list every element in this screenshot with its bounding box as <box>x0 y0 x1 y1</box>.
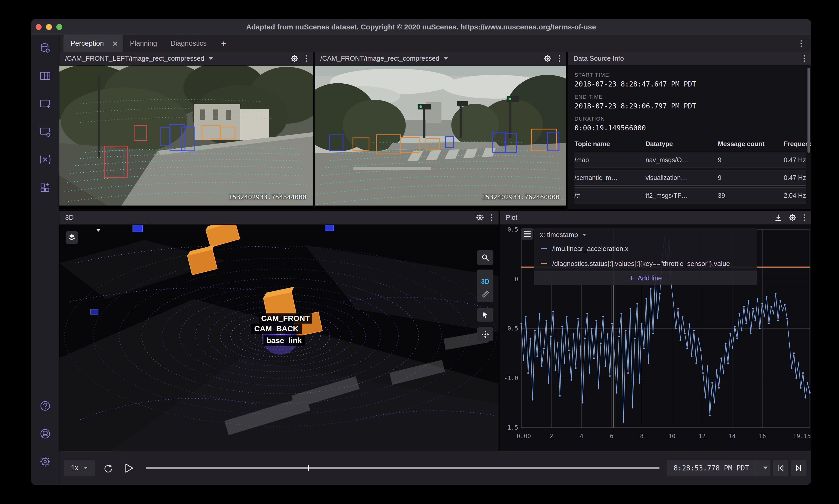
add-line-button[interactable]: +Add line <box>534 271 757 285</box>
ds-field: END TIME2018-07-23 8:29:06.797 PM PDT <box>574 94 806 110</box>
legend-series-row[interactable]: /diagnostics.status[:].values[:]{key=="t… <box>534 256 757 271</box>
cam-front-scene <box>315 66 566 205</box>
time-format-dropdown[interactable] <box>756 460 770 476</box>
add-panel-icon[interactable] <box>38 96 52 111</box>
pan-move-icon[interactable] <box>477 327 493 341</box>
data-source-info-title: Data Source Info <box>573 54 624 62</box>
plot-panel-title: Plot <box>506 214 517 221</box>
panel-data-source-info: Data Source Info START TIME2018-07-23 8:… <box>568 52 811 209</box>
frame-label-cam-back: CAM_BACK <box>254 324 299 333</box>
cam-front-image[interactable]: 1532402933.762460000 <box>315 66 566 209</box>
measure-ruler-icon[interactable] <box>481 290 490 299</box>
layout-grid-icon[interactable] <box>38 69 52 83</box>
data-source-info-body: START TIME2018-07-23 8:28:47.647 PM PDTE… <box>568 66 811 209</box>
panel-menu-icon[interactable] <box>489 213 494 222</box>
seek-forward-button[interactable] <box>791 460 806 476</box>
cam-left-scene <box>59 66 313 205</box>
panel-plot: Plot 0.50-0.5-1.0-1.50.0024681012141619.… <box>500 211 811 451</box>
panel-menu-icon[interactable] <box>802 213 806 222</box>
seek-slider[interactable] <box>146 460 659 476</box>
cam-left-topic[interactable]: /CAM_FRONT_LEFT/image_rect_compressed <box>65 54 204 62</box>
sidebar <box>31 35 59 485</box>
svg-text:8: 8 <box>640 433 644 439</box>
svg-text:0: 0 <box>515 276 518 283</box>
svg-text:-1.0: -1.0 <box>504 375 518 381</box>
svg-text:-0.5: -0.5 <box>504 325 518 332</box>
cam-left-timestamp: 1532402933.754844000 <box>229 193 306 201</box>
3d-mode-button[interactable]: 3D <box>481 273 489 290</box>
panel-grid: /CAM_FRONT_LEFT/image_rect_compressed <box>59 52 811 451</box>
select-pointer-icon[interactable] <box>477 308 493 322</box>
plot-legend: x: timestamp /imu.linear_acceleration.x/… <box>534 228 757 285</box>
window-title: Adapted from nuScenes dataset. Copyright… <box>31 23 811 31</box>
ds-field: DURATION0:00:19.149566000 <box>574 116 806 132</box>
playback-speed-button[interactable]: 1x <box>64 460 95 476</box>
tab-perception[interactable]: Perception <box>64 35 123 52</box>
tab-diagnostics[interactable]: Diagnostics <box>164 35 213 52</box>
svg-text:16: 16 <box>758 433 766 439</box>
close-tab-icon[interactable] <box>112 41 118 47</box>
svg-text:10: 10 <box>668 433 676 439</box>
panel-settings-gear-icon[interactable] <box>476 213 484 222</box>
tabbar-menu-icon[interactable] <box>799 39 803 48</box>
app-window: Adapted from nuScenes dataset. Copyright… <box>31 19 811 485</box>
svg-text:12: 12 <box>698 433 706 439</box>
panel-menu-icon[interactable] <box>802 54 806 63</box>
panel-3d: 3D <box>59 211 499 451</box>
3d-scene: CAM_FRONT CAM_BACK base_link <box>59 224 499 451</box>
extensions-icon[interactable] <box>38 180 52 195</box>
title-bar: Adapted from nuScenes dataset. Copyright… <box>31 19 811 35</box>
scrollbar[interactable] <box>807 68 810 153</box>
data-source-icon[interactable] <box>38 41 52 55</box>
current-time-text: 8:28:53.778 PM PDT <box>667 464 756 472</box>
tab-planning[interactable]: Planning <box>123 35 164 52</box>
svg-text:0.00: 0.00 <box>517 433 531 439</box>
help-icon[interactable] <box>38 399 52 413</box>
panel-settings-gear-icon[interactable] <box>290 54 299 63</box>
series-color-swatch <box>541 263 547 264</box>
panel-settings-gear-icon[interactable] <box>543 54 552 63</box>
layers-icon[interactable] <box>66 231 78 244</box>
panel-settings-icon[interactable] <box>38 124 52 139</box>
camera-mode-group: 3D <box>477 270 493 302</box>
3d-viewport[interactable]: CAM_FRONT CAM_BACK base_link <box>59 224 499 451</box>
account-icon[interactable] <box>38 427 52 441</box>
loop-icon[interactable] <box>100 460 116 476</box>
seek-backward-button[interactable] <box>773 460 788 476</box>
playhead-marker[interactable] <box>308 465 309 471</box>
playback-bar: 1x 8:28:53.778 PM PDT <box>59 451 811 485</box>
play-button[interactable] <box>121 460 138 476</box>
svg-text:2: 2 <box>550 433 553 439</box>
topic-row: /tftf2_msgs/TF…392.04 Hz <box>574 187 806 203</box>
add-tab-button[interactable]: + <box>213 35 234 52</box>
topic-row: /mapnav_msgs/O…90.47 Hz <box>574 152 806 168</box>
svg-text:19.15: 19.15 <box>793 433 811 439</box>
chevron-down-icon <box>444 57 448 60</box>
tab-bar: PerceptionPlanningDiagnostics + <box>59 35 811 52</box>
cam-front-topic[interactable]: /CAM_FRONT/image_rect_compressed <box>320 54 440 62</box>
settings-gear-icon[interactable] <box>38 454 52 469</box>
x-axis-selector[interactable]: x: timestamp <box>534 228 757 241</box>
legend-series-row[interactable]: /imu.linear_acceleration.x <box>534 241 757 256</box>
frame-label-base-link: base_link <box>267 336 302 345</box>
plot-canvas[interactable]: 0.50-0.5-1.0-1.50.0024681012141619.15 x:… <box>500 224 811 451</box>
variables-icon[interactable] <box>38 152 52 167</box>
3d-panel-title: 3D <box>65 214 74 221</box>
panel-cam-front-left: /CAM_FRONT_LEFT/image_rect_compressed <box>59 52 313 209</box>
panel-cam-front: /CAM_FRONT/image_rect_compressed <box>315 52 566 209</box>
svg-text:6: 6 <box>610 433 613 439</box>
cam-left-image[interactable]: 1532402933.754844000 <box>59 66 313 209</box>
download-icon[interactable] <box>774 214 782 222</box>
panel-menu-icon[interactable] <box>557 54 561 63</box>
chevron-down-icon <box>209 57 213 60</box>
cam-front-timestamp: 1532402933.762460000 <box>482 193 559 201</box>
panel-settings-gear-icon[interactable] <box>788 213 797 222</box>
svg-text:-1.5: -1.5 <box>504 424 518 431</box>
legend-menu-icon[interactable] <box>521 228 533 240</box>
topic-table-header: Topic nameDatatypeMessage countFrequency <box>574 138 806 152</box>
panel-menu-icon[interactable] <box>304 54 308 63</box>
series-color-swatch <box>541 248 547 249</box>
current-time-display[interactable]: 8:28:53.778 PM PDT <box>667 460 770 476</box>
ds-field: START TIME2018-07-23 8:28:47.647 PM PDT <box>574 72 806 88</box>
search-icon[interactable] <box>477 250 493 265</box>
